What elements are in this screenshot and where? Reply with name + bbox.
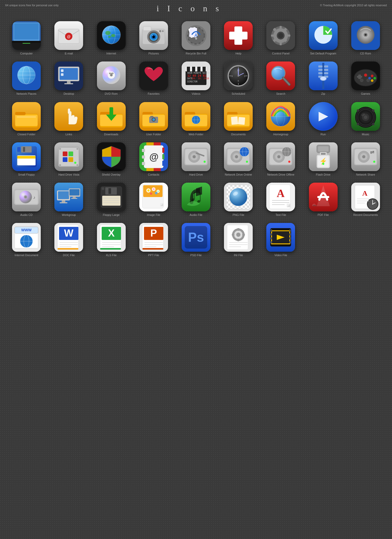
svg-text:Ps: Ps bbox=[188, 230, 204, 245]
icon-homegroup[interactable]: Homegroup bbox=[260, 98, 302, 139]
icon-small-floppy[interactable]: Small Floppy bbox=[5, 139, 48, 179]
icon-games[interactable]: Games bbox=[344, 58, 387, 98]
svg-rect-137 bbox=[17, 116, 36, 118]
icon-scheduled[interactable]: 12 6 3 9 Scheduled bbox=[217, 58, 260, 98]
svg-point-257 bbox=[322, 163, 324, 165]
png-file-label: PNG File bbox=[233, 213, 244, 217]
svg-rect-73 bbox=[64, 83, 73, 84]
icon-pdf-file[interactable]: PDF File bbox=[302, 179, 344, 219]
icon-hard-drive-vista[interactable]: Hard Drive Vista bbox=[48, 139, 90, 179]
svg-text:9: 9 bbox=[232, 75, 233, 77]
icon-favorites[interactable]: Favorites bbox=[132, 58, 175, 98]
icon-workgroup[interactable]: Workgroup bbox=[48, 179, 90, 219]
icon-recent-documents[interactable]: A Recent Documents bbox=[344, 179, 387, 219]
icon-network-share[interactable]: ⇌ Network Share bbox=[344, 139, 387, 179]
floppy-large-label: Floppy Large bbox=[103, 213, 119, 217]
icon-set-default-program[interactable]: Set Default Program bbox=[302, 18, 344, 58]
icon-ppt-file[interactable]: P PPT File bbox=[132, 219, 175, 260]
svg-rect-139 bbox=[68, 109, 70, 114]
control-panel-label: Control Panel bbox=[272, 52, 290, 55]
icon-psd-file[interactable]: Ps PSD File bbox=[175, 219, 217, 260]
svg-point-128 bbox=[371, 79, 373, 82]
icon-audio-cd[interactable]: ♪ Audio CD bbox=[5, 179, 48, 219]
icon-email[interactable]: @ E-mail bbox=[48, 18, 90, 58]
icon-image-file[interactable]: Image File bbox=[132, 179, 175, 219]
icon-run[interactable]: ▶ Run bbox=[302, 98, 344, 139]
icon-shield-overlay[interactable]: Sheild Overlay bbox=[90, 139, 132, 179]
network-share-label: Network Share bbox=[356, 173, 375, 176]
icon-music[interactable]: Music bbox=[344, 98, 387, 139]
icon-hard-drive[interactable]: Hard Drive bbox=[175, 139, 217, 179]
svg-rect-373 bbox=[237, 239, 239, 241]
icon-computer[interactable]: Computer bbox=[5, 18, 48, 58]
icon-help[interactable]: Help bbox=[217, 18, 260, 58]
games-label: Games bbox=[361, 92, 370, 96]
svg-point-184 bbox=[372, 109, 374, 111]
svg-point-203 bbox=[74, 162, 76, 164]
svg-rect-355 bbox=[100, 248, 121, 250]
icon-floppy-large[interactable]: Floppy Large bbox=[90, 179, 132, 219]
icon-control-panel[interactable]: Control Panel bbox=[260, 18, 302, 58]
audio-file-label: Audio File bbox=[190, 213, 203, 217]
icon-closed-folder[interactable]: Closed Folder bbox=[5, 98, 48, 139]
icon-downloads[interactable]: Downloads bbox=[90, 98, 132, 139]
svg-rect-144 bbox=[109, 107, 113, 115]
workgroup-label: Workgroup bbox=[62, 213, 76, 217]
icon-desktop[interactable]: Desktop bbox=[48, 58, 90, 98]
icon-network-drive-online[interactable]: Network Drive Online bbox=[217, 139, 260, 179]
ini-file-label: INI File bbox=[234, 253, 243, 257]
icon-videos[interactable]: HOUR MINUTE SECOND 12 48 24 82 DATE 09. … bbox=[175, 58, 217, 98]
svg-point-206 bbox=[59, 164, 61, 166]
icon-network-places[interactable]: Network Places bbox=[5, 58, 48, 98]
svg-text:P: P bbox=[150, 228, 157, 239]
icon-ini-file[interactable]: INI File bbox=[217, 219, 260, 260]
favorites-label: Favorites bbox=[148, 92, 159, 96]
closed-folder-label: Closed Folder bbox=[18, 132, 35, 136]
svg-text:6: 6 bbox=[238, 80, 239, 82]
svg-rect-251 bbox=[318, 146, 328, 151]
icon-links[interactable]: Links bbox=[48, 98, 90, 139]
icon-recycle-bin-full[interactable]: ♻ A Recycle Bin Full bbox=[175, 18, 217, 58]
shield-overlay-label: Sheild Overlay bbox=[102, 173, 121, 176]
svg-point-152 bbox=[152, 118, 155, 121]
svg-rect-115 bbox=[324, 69, 328, 71]
svg-rect-276 bbox=[62, 200, 65, 203]
svg-rect-28 bbox=[143, 26, 151, 31]
cd-rom-label: CD Rom bbox=[360, 52, 371, 55]
icon-png-file[interactable]: PNG File bbox=[217, 179, 260, 219]
svg-rect-84 bbox=[192, 67, 195, 71]
svg-rect-390 bbox=[289, 241, 291, 243]
icon-documents[interactable]: Documents bbox=[217, 98, 260, 139]
icon-text-file[interactable]: A Text File bbox=[260, 179, 302, 219]
icon-contacts[interactable]: @ Contacts bbox=[132, 139, 175, 179]
svg-rect-192 bbox=[17, 156, 36, 159]
icon-cd-rom[interactable]: CD Rom bbox=[344, 18, 387, 58]
icon-network-drive-offline[interactable]: Network Drive Offline bbox=[260, 139, 302, 179]
svg-point-224 bbox=[193, 155, 196, 158]
scheduled-label: Scheduled bbox=[232, 92, 245, 96]
svg-rect-200 bbox=[68, 151, 73, 156]
icon-web-folder[interactable]: Web Folder bbox=[175, 98, 217, 139]
icon-dvd-rom[interactable]: DVD DVD Rom bbox=[90, 58, 132, 98]
icon-video-file[interactable]: Video File bbox=[260, 219, 302, 260]
icon-user-folder[interactable]: User Folder bbox=[132, 98, 175, 139]
svg-rect-166 bbox=[231, 116, 238, 125]
svg-rect-253 bbox=[321, 153, 326, 155]
computer-label: Computer bbox=[20, 52, 33, 55]
icon-zip[interactable]: Zip bbox=[302, 58, 344, 98]
icon-doc-file[interactable]: W DOC File bbox=[48, 219, 90, 260]
psd-file-label: PSD File bbox=[190, 253, 201, 257]
user-folder-label: User Folder bbox=[146, 132, 161, 136]
svg-point-297 bbox=[153, 188, 154, 190]
icon-internet-document[interactable]: WWW Internet Document bbox=[5, 219, 48, 260]
icon-pictures[interactable]: Pictures bbox=[132, 18, 175, 58]
svg-text:09. 10. 2010: 09. 10. 2010 bbox=[192, 77, 209, 80]
svg-point-120 bbox=[320, 76, 326, 81]
icon-flash-drive[interactable]: ⚡ Flash Drive bbox=[302, 139, 344, 179]
icon-internet[interactable]: Internet bbox=[90, 18, 132, 58]
icon-audio-file[interactable]: ♫ Audio File bbox=[175, 179, 217, 219]
svg-rect-46 bbox=[280, 42, 282, 45]
icon-xls-file[interactable]: X XLS File bbox=[90, 219, 132, 260]
icon-search[interactable]: Search bbox=[260, 58, 302, 98]
svg-text:@: @ bbox=[67, 35, 71, 39]
